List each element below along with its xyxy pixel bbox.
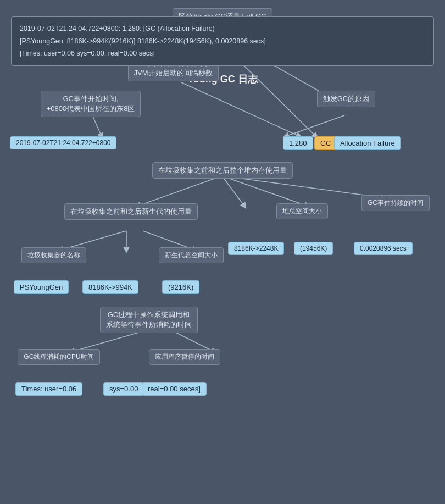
- svg-line-6: [137, 176, 222, 206]
- young-gen-size-label-node: 新生代总空间大小: [151, 247, 231, 263]
- real-value-node: real=0.00 seces]: [142, 382, 207, 396]
- young-usage-value: 8186K->994K: [82, 280, 138, 294]
- heap-usage-value: 8186K->2248K: [228, 242, 284, 255]
- gc-duration-label-node: GC事件持续的时间: [357, 195, 434, 211]
- footer-line1: 2019-07-02T21:24:04.722+0800: 1.280: [GC…: [20, 23, 425, 35]
- gc-name-label: 垃圾收集器的名称: [21, 247, 86, 263]
- cpu-time-label: GC线程消耗的CPU时间: [18, 349, 99, 365]
- heap-total-value: (19456K): [294, 242, 333, 255]
- times-value: Times: user=0.06: [15, 382, 82, 396]
- sys-time-label: GC过程中操作系统调用和 系统等待事件所消耗的时间: [100, 307, 198, 333]
- footer-line3: [Times: user=0.06 sys=0.00, real=0.00 se…: [20, 47, 425, 60]
- gc-name-label-node: 垃圾收集器的名称: [14, 247, 93, 263]
- young-gen-size-label: 新生代总空间大小: [159, 247, 224, 263]
- cpu-time-label-node: GC线程消耗的CPU时间: [15, 349, 102, 365]
- gc-duration-label: GC事件持续的时间: [361, 195, 430, 211]
- young-gen-name-value-node: PSYoungGen: [14, 280, 69, 294]
- gc-start-time-label: GC事件开始时间, +0800代表中国所在的东8区: [41, 91, 141, 117]
- young-gen-name-value: PSYoungGen: [14, 280, 69, 294]
- svg-line-7: [222, 176, 244, 206]
- sys-value-node: sys=0.00: [103, 382, 144, 396]
- interval-value-node: 1.280: [283, 136, 313, 150]
- svg-line-9: [222, 176, 385, 198]
- app-pause-label-node: 应用程序暂停的时间: [142, 349, 227, 365]
- heap-total-label-node: 堆总空间大小: [269, 203, 335, 219]
- heap-usage-label: 在垃圾收集之前和之后整个堆内存使用量: [152, 162, 293, 179]
- young-gen-label: 在垃圾收集之前和之后新生代的使用量: [64, 203, 198, 220]
- duration-value: 0.0020896 secs: [354, 242, 413, 255]
- real-value: real=0.00 seces]: [142, 382, 207, 396]
- diagram-container: 区分Young GC还是 Full GC 的标志, GC代表Young GC G…: [0, 0, 445, 11]
- app-pause-label: 应用程序暂停的时间: [149, 349, 220, 365]
- svg-line-8: [222, 176, 308, 206]
- gc-cause-label-node: 触发GC的原因: [308, 91, 385, 107]
- times-value-node: Times: user=0.06: [15, 382, 82, 396]
- svg-line-3: [286, 115, 344, 136]
- heap-usage-label-node: 在垃圾收集之前和之后整个堆内存使用量: [132, 162, 313, 179]
- young-usage-value-node: 8186K->994K: [82, 280, 138, 294]
- heap-total-value-node: (19456K): [294, 242, 333, 255]
- alloc-failure-value: Allocation Failure: [334, 136, 401, 150]
- heap-usage-value-node: 8186K->2248K: [228, 242, 284, 255]
- gc-cause-label: 触发GC的原因: [317, 91, 376, 107]
- svg-line-2: [92, 115, 102, 136]
- interval-value: 1.280: [283, 136, 313, 150]
- timestamp-value-node: 2019-07-02T21:24:04.722+0800: [10, 136, 116, 149]
- timestamp-value: 2019-07-02T21:24:04.722+0800: [10, 136, 116, 149]
- young-total-value: (9216K): [162, 280, 199, 294]
- footer-line2: [PSYoungGen: 8186K->994K(9216K)] 8186K->…: [20, 35, 425, 48]
- footer-box: 2019-07-02T21:24:04.722+0800: 1.280: [GC…: [11, 16, 434, 66]
- alloc-failure-value-node: Allocation Failure: [334, 136, 401, 150]
- young-total-value-node: (9216K): [162, 280, 199, 294]
- gc-start-time-label-node: GC事件开始时间, +0800代表中国所在的东8区: [27, 91, 154, 117]
- sys-time-label-node: GC过程中操作系统调用和 系统等待事件所消耗的时间: [92, 307, 205, 333]
- young-gen-label-node: 在垃圾收集之前和之后新生代的使用量: [48, 203, 213, 220]
- duration-value-node: 0.0020896 secs: [354, 242, 413, 255]
- heap-total-label: 堆总空间大小: [276, 203, 328, 219]
- sys-value: sys=0.00: [103, 382, 144, 396]
